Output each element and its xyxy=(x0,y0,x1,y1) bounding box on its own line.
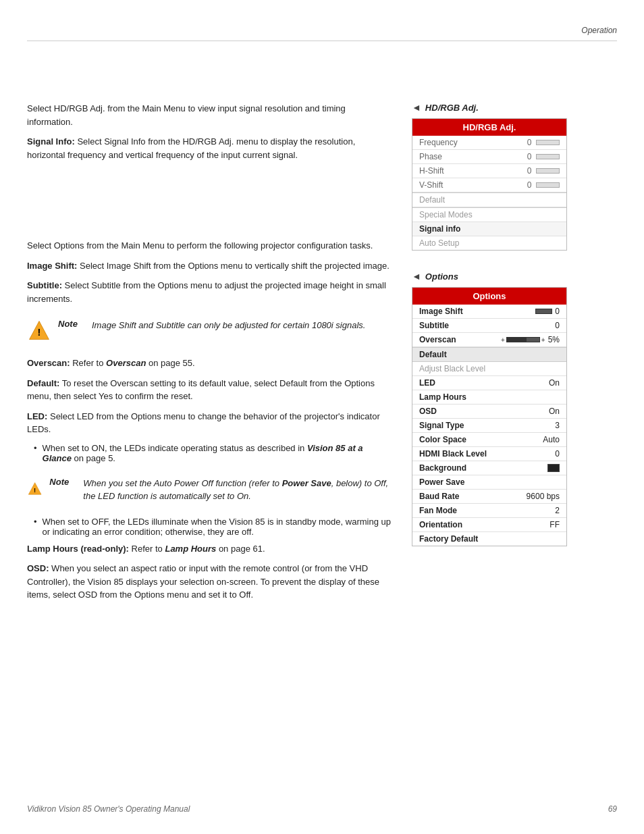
subtitle-label: Subtitle: xyxy=(27,280,62,290)
options-header: Options xyxy=(412,288,566,305)
auto-setup-row[interactable]: Auto Setup xyxy=(412,236,566,250)
overscan-slider xyxy=(506,337,540,342)
options-section: ◄ Options Options Image Shift 0 Subtitle… xyxy=(412,271,567,546)
footer-right: 69 xyxy=(608,804,617,814)
factory-default-option-row[interactable]: Factory Default xyxy=(412,532,566,546)
default-option-row[interactable]: Default xyxy=(412,347,566,362)
phase-row: Phase 0 xyxy=(412,150,566,164)
fan-mode-option-row[interactable]: Fan Mode 2 xyxy=(412,504,566,518)
footer-left: Vidikron Vision 85 Owner's Operating Man… xyxy=(27,804,190,814)
image-shift-option-row[interactable]: Image Shift 0 xyxy=(412,305,566,319)
signal-info-row[interactable]: Signal info xyxy=(412,222,566,236)
default-label: Default: xyxy=(27,378,59,388)
auto-setup-label: Auto Setup xyxy=(419,238,459,248)
image-shift-option-slider xyxy=(535,309,552,314)
signal-type-option-value: 3 xyxy=(555,421,560,430)
frequency-row: Frequency 0 xyxy=(412,136,566,150)
led-label: LED: xyxy=(27,411,47,421)
frequency-value: 0 xyxy=(522,138,536,147)
subtitle-paragraph: Subtitle: Select Subtitle from the Optio… xyxy=(27,279,392,305)
image-shift-label: Image Shift: xyxy=(27,261,77,271)
overscan-option-value: 5% xyxy=(548,335,560,344)
phase-label: Phase xyxy=(419,152,522,161)
vshift-slider xyxy=(536,182,560,188)
vshift-value: 0 xyxy=(522,180,536,190)
special-modes-label: Special Modes xyxy=(419,210,473,219)
options-intro-paragraph: Select Options from the Main Menu to per… xyxy=(27,239,392,253)
overscan-label: Overscan: xyxy=(27,358,70,368)
orientation-option-row[interactable]: Orientation FF xyxy=(412,518,566,532)
special-modes-row[interactable]: Special Modes xyxy=(412,208,566,222)
intro-paragraph: Select HD/RGB Adj. from the Main Menu to… xyxy=(27,102,392,128)
warning-icon-2: ! xyxy=(27,477,43,501)
hshift-value: 0 xyxy=(522,166,536,176)
note-box-2: ! Note When you set the Auto Power Off f… xyxy=(27,471,392,509)
options-panel-title: ◄ Options xyxy=(412,271,567,282)
lamp-hours-option-row[interactable]: Lamp Hours xyxy=(412,390,566,405)
vshift-row: V-Shift 0 xyxy=(412,178,566,192)
arrow-left-icon-1: ◄ xyxy=(412,102,421,113)
warning-icon-1: ! xyxy=(27,319,51,343)
note-text-2: When you set the Auto Power Off function… xyxy=(83,477,392,503)
bullet-item-1: When set to ON, the LEDs indicate operat… xyxy=(27,443,392,463)
led-option-row[interactable]: LED On xyxy=(412,376,566,390)
hdmi-black-level-row[interactable]: HDMI Black Level 0 xyxy=(412,447,566,461)
led-option-value: On xyxy=(549,378,560,388)
baud-rate-option-label: Baud Rate xyxy=(419,492,527,501)
hdmi-black-level-label: HDMI Black Level xyxy=(419,449,555,459)
osd-option-row[interactable]: OSD On xyxy=(412,405,566,419)
overscan-option-row[interactable]: Overscan + + 5% xyxy=(412,333,566,347)
phase-slider xyxy=(536,154,560,159)
options-title-text: Options xyxy=(425,271,458,282)
overscan-paragraph: Overscan: Refer to Overscan on page 55. xyxy=(27,357,392,370)
baud-rate-option-row[interactable]: Baud Rate 9600 bps xyxy=(412,490,566,504)
fan-mode-option-label: Fan Mode xyxy=(419,506,555,515)
section-label: Operation xyxy=(581,26,617,35)
subtitle-option-label: Subtitle xyxy=(419,321,555,330)
lamp-hours-label: Lamp Hours (read-only): xyxy=(27,544,129,554)
frequency-slider xyxy=(536,140,560,145)
background-option-label: Background xyxy=(419,463,547,473)
osd-paragraph: OSD: When you select an aspect ratio or … xyxy=(27,562,392,602)
osd-option-value: On xyxy=(549,407,560,416)
background-color-swatch xyxy=(547,464,560,472)
baud-rate-option-value: 9600 bps xyxy=(527,492,560,501)
background-option-row[interactable]: Background xyxy=(412,461,566,475)
signal-info-paragraph: Signal Info: Select Signal Info from the… xyxy=(27,135,392,161)
hdmi-black-level-value: 0 xyxy=(555,449,560,459)
arrow-left-icon-2: ◄ xyxy=(412,271,421,282)
signal-type-option-row[interactable]: Signal Type 3 xyxy=(412,419,566,433)
bullet-item-2: When set to OFF, the LEDs illuminate whe… xyxy=(27,517,392,537)
note-label-2: Note xyxy=(49,477,76,487)
signal-info-label: Signal Info: xyxy=(27,136,75,147)
color-space-option-row[interactable]: Color Space Auto xyxy=(412,433,566,447)
adjust-black-level-label: Adjust Black Level xyxy=(419,364,560,373)
left-column: Select HD/RGB Adj. from the Main Menu to… xyxy=(27,102,392,608)
factory-default-option-label: Factory Default xyxy=(419,534,560,544)
power-save-option-row[interactable]: Power Save xyxy=(412,475,566,490)
page-footer: Vidikron Vision 85 Owner's Operating Man… xyxy=(0,798,644,820)
led-paragraph: LED: Select LED from the Options menu to… xyxy=(27,410,392,436)
default-paragraph: Default: To reset the Overscan setting t… xyxy=(27,377,392,403)
page-header: Operation xyxy=(0,20,644,35)
hd-rgb-title-text: HD/RGB Adj. xyxy=(425,103,479,113)
note-text-1: Image Shift and Subtitle can only be adj… xyxy=(92,319,365,332)
orientation-option-label: Orientation xyxy=(419,520,549,529)
color-space-option-label: Color Space xyxy=(419,435,543,444)
default-menu-row[interactable]: Default xyxy=(412,193,566,207)
fan-mode-option-value: 2 xyxy=(555,506,560,515)
hd-rgb-panel: HD/RGB Adj. Frequency 0 Phase 0 H-Shift … xyxy=(412,118,567,251)
image-shift-paragraph: Image Shift: Select Image Shift from the… xyxy=(27,259,392,273)
top-divider xyxy=(27,41,617,41)
note-box-1: ! Note Image Shift and Subtitle can only… xyxy=(27,313,392,348)
hd-rgb-panel-title: ◄ HD/RGB Adj. xyxy=(412,102,567,113)
osd-option-label: OSD xyxy=(419,407,549,416)
options-panel: Options Image Shift 0 Subtitle 0 Oversca… xyxy=(412,287,567,546)
default-menu-label: Default xyxy=(419,195,445,205)
vshift-label: V-Shift xyxy=(419,180,522,190)
note-label-1: Note xyxy=(58,319,85,329)
overscan-slider-fill xyxy=(507,338,527,342)
overscan-option-label: Overscan xyxy=(419,335,501,344)
svg-text:!: ! xyxy=(34,486,36,493)
subtitle-option-row[interactable]: Subtitle 0 xyxy=(412,319,566,333)
